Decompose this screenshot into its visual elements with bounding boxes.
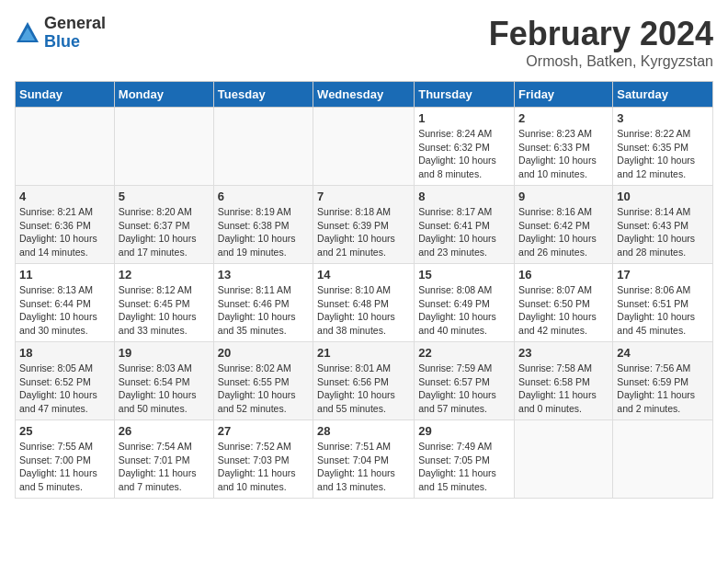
- day-number: 5: [119, 190, 210, 203]
- day-info: Sunrise: 8:02 AM Sunset: 6:55 PM Dayligh…: [218, 362, 309, 416]
- day-number: 17: [617, 268, 709, 282]
- logo-blue: Blue: [44, 33, 106, 52]
- calendar-week-row: 25Sunrise: 7:55 AM Sunset: 7:00 PM Dayli…: [16, 420, 713, 499]
- calendar-cell: 6Sunrise: 8:19 AM Sunset: 6:38 PM Daylig…: [213, 186, 313, 264]
- location: Ormosh, Batken, Kyrgyzstan: [489, 53, 713, 70]
- day-number: 29: [418, 424, 510, 438]
- day-number: 19: [119, 346, 210, 360]
- calendar-cell: 19Sunrise: 8:03 AM Sunset: 6:54 PM Dayli…: [114, 342, 213, 420]
- day-info: Sunrise: 7:54 AM Sunset: 7:01 PM Dayligh…: [119, 440, 210, 494]
- calendar-cell: 28Sunrise: 7:51 AM Sunset: 7:04 PM Dayli…: [313, 420, 415, 499]
- calendar-cell: 7Sunrise: 8:18 AM Sunset: 6:39 PM Daylig…: [313, 186, 415, 264]
- day-info: Sunrise: 7:56 AM Sunset: 6:59 PM Dayligh…: [617, 362, 709, 416]
- logo: General Blue: [15, 15, 106, 52]
- day-info: Sunrise: 8:13 AM Sunset: 6:44 PM Dayligh…: [19, 283, 110, 338]
- logo-general: General: [44, 15, 106, 33]
- calendar-cell: [515, 420, 613, 499]
- day-number: 8: [418, 190, 510, 203]
- calendar-header-thursday: Thursday: [415, 82, 515, 108]
- day-number: 13: [218, 268, 309, 282]
- day-number: 1: [418, 111, 510, 125]
- calendar-cell: 26Sunrise: 7:54 AM Sunset: 7:01 PM Dayli…: [114, 420, 213, 499]
- day-info: Sunrise: 8:05 AM Sunset: 6:52 PM Dayligh…: [19, 362, 110, 416]
- calendar-table: SundayMondayTuesdayWednesdayThursdayFrid…: [15, 81, 713, 499]
- day-info: Sunrise: 8:14 AM Sunset: 6:43 PM Dayligh…: [617, 205, 709, 259]
- day-number: 11: [19, 268, 110, 282]
- calendar-cell: 21Sunrise: 8:01 AM Sunset: 6:56 PM Dayli…: [313, 342, 415, 420]
- calendar-cell: 4Sunrise: 8:21 AM Sunset: 6:36 PM Daylig…: [16, 186, 115, 264]
- calendar-header-wednesday: Wednesday: [313, 82, 415, 108]
- day-info: Sunrise: 8:23 AM Sunset: 6:33 PM Dayligh…: [518, 127, 609, 181]
- day-info: Sunrise: 7:51 AM Sunset: 7:04 PM Dayligh…: [317, 440, 410, 494]
- day-info: Sunrise: 8:21 AM Sunset: 6:36 PM Dayligh…: [19, 205, 110, 259]
- calendar-cell: 27Sunrise: 7:52 AM Sunset: 7:03 PM Dayli…: [213, 420, 313, 499]
- month-title: February 2024: [489, 15, 713, 53]
- calendar-cell: 10Sunrise: 8:14 AM Sunset: 6:43 PM Dayli…: [613, 186, 713, 264]
- calendar-cell: [114, 108, 213, 186]
- day-info: Sunrise: 8:20 AM Sunset: 6:37 PM Dayligh…: [119, 205, 210, 259]
- calendar-header-sunday: Sunday: [16, 82, 115, 108]
- calendar-cell: [613, 420, 713, 499]
- calendar-cell: [313, 108, 415, 186]
- day-number: 4: [19, 190, 110, 203]
- calendar-cell: [213, 108, 313, 186]
- calendar-cell: 23Sunrise: 7:58 AM Sunset: 6:58 PM Dayli…: [515, 342, 613, 420]
- calendar-header-monday: Monday: [114, 82, 213, 108]
- day-number: 21: [317, 346, 410, 360]
- day-number: 27: [218, 424, 309, 438]
- calendar-cell: 9Sunrise: 8:16 AM Sunset: 6:42 PM Daylig…: [515, 186, 613, 264]
- day-info: Sunrise: 8:07 AM Sunset: 6:50 PM Dayligh…: [518, 283, 609, 338]
- day-number: 24: [617, 346, 709, 360]
- day-number: 15: [418, 268, 510, 282]
- day-number: 3: [617, 111, 709, 125]
- calendar-cell: 17Sunrise: 8:06 AM Sunset: 6:51 PM Dayli…: [613, 264, 713, 342]
- day-number: 10: [617, 190, 709, 203]
- day-number: 14: [317, 268, 410, 282]
- calendar-cell: 2Sunrise: 8:23 AM Sunset: 6:33 PM Daylig…: [515, 108, 613, 186]
- day-info: Sunrise: 8:06 AM Sunset: 6:51 PM Dayligh…: [617, 283, 709, 338]
- calendar-cell: 20Sunrise: 8:02 AM Sunset: 6:55 PM Dayli…: [213, 342, 313, 420]
- calendar-cell: 22Sunrise: 7:59 AM Sunset: 6:57 PM Dayli…: [415, 342, 515, 420]
- calendar-cell: 8Sunrise: 8:17 AM Sunset: 6:41 PM Daylig…: [415, 186, 515, 264]
- calendar-header-row: SundayMondayTuesdayWednesdayThursdayFrid…: [16, 82, 713, 108]
- day-info: Sunrise: 8:16 AM Sunset: 6:42 PM Dayligh…: [518, 205, 609, 259]
- day-info: Sunrise: 8:17 AM Sunset: 6:41 PM Dayligh…: [418, 205, 510, 259]
- day-info: Sunrise: 8:24 AM Sunset: 6:32 PM Dayligh…: [418, 127, 510, 181]
- calendar-cell: 5Sunrise: 8:20 AM Sunset: 6:37 PM Daylig…: [114, 186, 213, 264]
- calendar-cell: [16, 108, 115, 186]
- logo-text: General Blue: [44, 15, 106, 52]
- day-info: Sunrise: 8:22 AM Sunset: 6:35 PM Dayligh…: [617, 127, 709, 181]
- calendar-cell: 15Sunrise: 8:08 AM Sunset: 6:49 PM Dayli…: [415, 264, 515, 342]
- day-number: 2: [518, 111, 609, 125]
- calendar-header-saturday: Saturday: [613, 82, 713, 108]
- day-number: 28: [317, 424, 410, 438]
- day-number: 26: [119, 424, 210, 438]
- calendar-header-friday: Friday: [515, 82, 613, 108]
- calendar-cell: 16Sunrise: 8:07 AM Sunset: 6:50 PM Dayli…: [515, 264, 613, 342]
- day-info: Sunrise: 7:55 AM Sunset: 7:00 PM Dayligh…: [19, 440, 110, 494]
- day-info: Sunrise: 8:10 AM Sunset: 6:48 PM Dayligh…: [317, 283, 410, 338]
- calendar-header-tuesday: Tuesday: [213, 82, 313, 108]
- calendar-cell: 14Sunrise: 8:10 AM Sunset: 6:48 PM Dayli…: [313, 264, 415, 342]
- day-number: 9: [518, 190, 609, 203]
- day-number: 12: [119, 268, 210, 282]
- calendar-cell: 1Sunrise: 8:24 AM Sunset: 6:32 PM Daylig…: [415, 108, 515, 186]
- calendar-cell: 12Sunrise: 8:12 AM Sunset: 6:45 PM Dayli…: [114, 264, 213, 342]
- day-info: Sunrise: 8:18 AM Sunset: 6:39 PM Dayligh…: [317, 205, 410, 259]
- day-info: Sunrise: 7:52 AM Sunset: 7:03 PM Dayligh…: [218, 440, 309, 494]
- calendar-week-row: 18Sunrise: 8:05 AM Sunset: 6:52 PM Dayli…: [16, 342, 713, 420]
- page-header: General Blue February 2024 Ormosh, Batke…: [15, 15, 713, 70]
- calendar-cell: 29Sunrise: 7:49 AM Sunset: 7:05 PM Dayli…: [415, 420, 515, 499]
- day-number: 25: [19, 424, 110, 438]
- day-info: Sunrise: 8:11 AM Sunset: 6:46 PM Dayligh…: [218, 283, 309, 338]
- day-number: 20: [218, 346, 309, 360]
- calendar-week-row: 4Sunrise: 8:21 AM Sunset: 6:36 PM Daylig…: [16, 186, 713, 264]
- calendar-week-row: 1Sunrise: 8:24 AM Sunset: 6:32 PM Daylig…: [16, 108, 713, 186]
- calendar-cell: 24Sunrise: 7:56 AM Sunset: 6:59 PM Dayli…: [613, 342, 713, 420]
- day-info: Sunrise: 7:59 AM Sunset: 6:57 PM Dayligh…: [418, 362, 510, 416]
- day-number: 7: [317, 190, 410, 203]
- calendar-cell: 18Sunrise: 8:05 AM Sunset: 6:52 PM Dayli…: [16, 342, 115, 420]
- day-number: 18: [19, 346, 110, 360]
- day-info: Sunrise: 8:19 AM Sunset: 6:38 PM Dayligh…: [218, 205, 309, 259]
- day-info: Sunrise: 7:58 AM Sunset: 6:58 PM Dayligh…: [518, 362, 609, 416]
